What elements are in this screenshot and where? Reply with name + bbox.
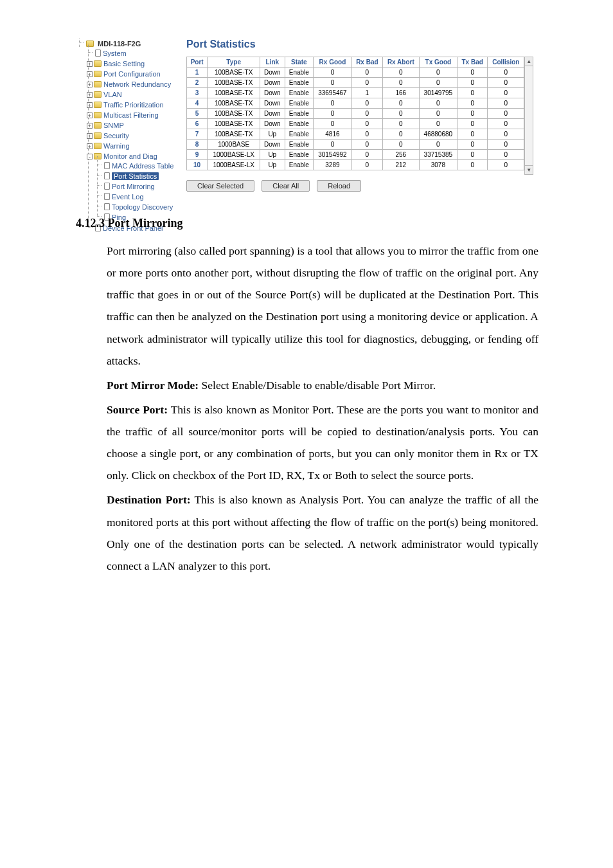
table-cell: 4816	[314, 129, 352, 140]
expand-icon[interactable]: +	[87, 123, 93, 129]
table-cell: 100BASE-TX	[208, 109, 260, 119]
table-cell: Enable	[285, 150, 314, 160]
reload-button[interactable]: Reload	[317, 180, 361, 192]
tree-item-label[interactable]: Topology Discovery	[112, 203, 173, 211]
table-row[interactable]: 81000BASEDownEnable000000	[187, 140, 524, 150]
tree-item-label[interactable]: MAC Address Table	[112, 162, 173, 170]
table-row[interactable]: 1100BASE-TXDownEnable000000	[187, 68, 524, 78]
tree-item[interactable]: +Network Redundancy	[86, 79, 180, 89]
tree-item[interactable]: +Basic Setting	[86, 59, 180, 69]
doc-icon	[104, 203, 110, 210]
table-row[interactable]: 6100BASE-TXDownEnable000000	[187, 119, 524, 129]
table-cell: 100BASE-TX	[208, 68, 260, 78]
paragraph-intro: Port mirroring (also called port spannin…	[107, 240, 538, 372]
table-header-row: PortTypeLinkStateRx GoodRx BadRx AbortTx…	[187, 57, 524, 68]
tree-item-label[interactable]: Port Configuration	[103, 70, 161, 78]
table-cell: 0	[488, 88, 524, 98]
tree-item-label[interactable]: System	[103, 50, 127, 57]
table-row[interactable]: 4100BASE-TXDownEnable000000	[187, 98, 524, 109]
tree-item[interactable]: +Multicast Filtering	[86, 110, 180, 120]
expand-icon[interactable]: +	[87, 113, 93, 118]
table-cell: 0	[488, 150, 524, 160]
table-row[interactable]: 3100BASE-TXDownEnable3369546711663014979…	[187, 88, 524, 98]
text-port-mirror-mode: Select Enable/Disable to enable/disable …	[199, 379, 436, 392]
table-cell: 0	[383, 78, 420, 88]
tree-item[interactable]: Topology Discovery	[95, 202, 180, 212]
tree-item-label[interactable]: Warning	[103, 142, 130, 150]
table-cell: 10	[187, 160, 208, 170]
table-cell: 0	[383, 140, 420, 150]
table-row[interactable]: 91000BASE-LXUpEnable30154992025633715385…	[187, 150, 524, 160]
tree-item[interactable]: +Traffic Prioritization	[86, 100, 180, 110]
tree-root-children: System+Basic Setting+Port Configuration+…	[86, 48, 180, 233]
table-cell: Enable	[285, 160, 314, 170]
scroll-down-icon[interactable]: ▼	[525, 165, 533, 174]
tree-item-label[interactable]: Port Mirroring	[112, 183, 155, 190]
table-cell: Enable	[285, 68, 314, 78]
expand-icon[interactable]: +	[87, 133, 93, 139]
table-scrollbar[interactable]: ▲ ▼	[524, 57, 533, 175]
expand-icon[interactable]: +	[87, 71, 93, 77]
table-cell: 3078	[419, 160, 458, 170]
tree-item-label[interactable]: SNMP	[103, 122, 124, 129]
tree-item-label[interactable]: Traffic Prioritization	[103, 101, 164, 109]
tree-item-label[interactable]: VLAN	[103, 91, 122, 98]
table-cell: 0	[419, 68, 458, 78]
expand-icon[interactable]: +	[87, 92, 93, 98]
tree-item[interactable]: +Port Configuration	[86, 69, 180, 79]
table-cell: 0	[488, 109, 524, 119]
tree-item[interactable]: +Warning	[86, 141, 180, 151]
tree-item-label[interactable]: Basic Setting	[103, 60, 145, 68]
tree-item[interactable]: Event Log	[95, 192, 180, 202]
expand-icon[interactable]: -	[87, 154, 93, 159]
tree-item-label[interactable]: Port Statistics	[112, 172, 159, 180]
table-cell: 0	[488, 119, 524, 129]
table-cell: 5	[187, 109, 208, 119]
table-row[interactable]: 101000BASE-LXUpEnable32890212307800	[187, 160, 524, 170]
table-cell: 256	[383, 150, 420, 160]
clear-selected-button[interactable]: Clear Selected	[186, 180, 254, 192]
table-cell: 0	[458, 129, 488, 140]
folder-icon	[94, 112, 102, 118]
column-header: Rx Bad	[351, 57, 382, 68]
tree-item[interactable]: +Security	[86, 131, 180, 141]
doc-icon	[104, 162, 110, 169]
table-cell: 166	[383, 88, 420, 98]
expand-icon[interactable]: +	[87, 82, 93, 87]
tree-item-label[interactable]: Multicast Filtering	[103, 111, 159, 119]
tree-item[interactable]: +SNMP	[86, 120, 180, 131]
table-row[interactable]: 7100BASE-TXUpEnable4816004688068000	[187, 129, 524, 140]
table-cell: Up	[260, 129, 285, 140]
tree-item-label[interactable]: Monitor and Diag	[103, 152, 157, 160]
folder-icon	[94, 153, 102, 159]
table-cell: 1	[187, 68, 208, 78]
table-cell: Down	[260, 88, 285, 98]
column-header: Tx Bad	[458, 57, 488, 68]
table-cell: Up	[260, 150, 285, 160]
column-header: Rx Good	[314, 57, 352, 68]
expand-icon[interactable]: +	[87, 61, 93, 67]
expand-icon[interactable]: +	[87, 102, 93, 108]
tree-item-label[interactable]: Security	[103, 132, 129, 140]
tree-item[interactable]: MAC Address Table	[95, 161, 180, 171]
tree-item[interactable]: System	[86, 48, 180, 59]
label-source-port: Source Port:	[107, 403, 168, 416]
tree-item[interactable]: +VLAN	[86, 89, 180, 100]
scroll-up-icon[interactable]: ▲	[525, 57, 533, 66]
table-cell: Down	[260, 140, 285, 150]
tree-root[interactable]: MDI-118-F2G System+Basic Setting+Port Co…	[77, 39, 180, 234]
tree-item-label[interactable]: Event Log	[112, 193, 144, 201]
column-header: Rx Abort	[383, 57, 420, 68]
tree-item-label[interactable]: Network Redundancy	[103, 80, 171, 88]
tree-item[interactable]: Port Mirroring	[95, 181, 180, 192]
tree-item[interactable]: Port Statistics	[95, 171, 180, 181]
table-row[interactable]: 5100BASE-TXDownEnable000000	[187, 109, 524, 119]
table-cell: 100BASE-TX	[208, 119, 260, 129]
table-row[interactable]: 2100BASE-TXDownEnable000000	[187, 78, 524, 88]
table-cell: 7	[187, 129, 208, 140]
clear-all-button[interactable]: Clear All	[262, 180, 310, 192]
table-cell: 2	[187, 78, 208, 88]
expand-icon[interactable]: +	[87, 143, 93, 149]
column-header: State	[285, 57, 314, 68]
folder-icon	[94, 71, 102, 77]
